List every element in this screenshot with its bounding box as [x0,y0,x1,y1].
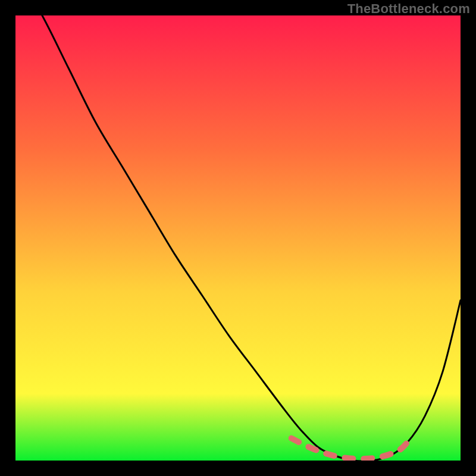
chart-stage: TheBottleneck.com [0,0,476,476]
watermark-text: TheBottleneck.com [347,1,470,17]
plot-svg [15,15,461,461]
plot-area [15,15,461,461]
gradient-background [15,15,461,461]
